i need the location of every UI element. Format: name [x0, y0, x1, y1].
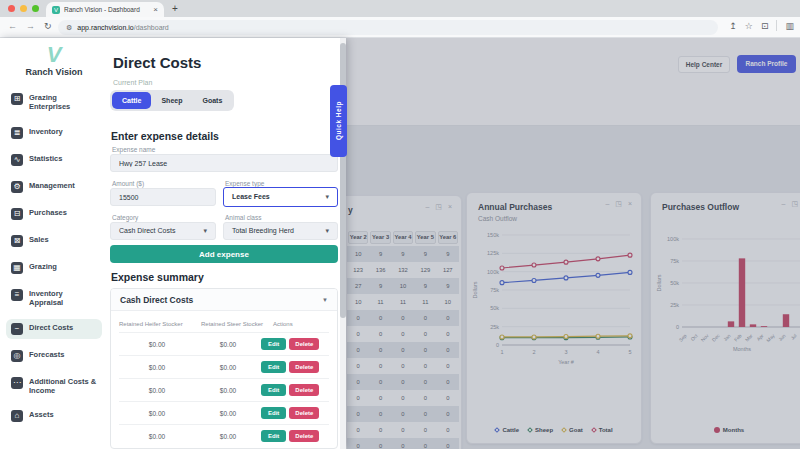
- extension-icon[interactable]: ⊡: [761, 21, 769, 31]
- year-column-header: Year 2: [348, 231, 368, 244]
- profile-icon[interactable]: ▥: [785, 21, 794, 31]
- table-row: $0.00$0.00EditDelete: [119, 378, 329, 401]
- minimize-icon[interactable]: –: [425, 203, 429, 211]
- page-title: Direct Costs: [113, 54, 201, 71]
- heifer-value: $0.00: [119, 433, 195, 440]
- edit-button[interactable]: Edit: [261, 384, 286, 396]
- sidebar-item-label: Purchases: [29, 208, 97, 217]
- tab-cattle[interactable]: Cattle: [112, 92, 151, 109]
- tab-title: Ranch Vision - Dashboard: [64, 6, 149, 13]
- sidebar-item-inventory-appraisal[interactable]: ≡Inventory Appraisal: [6, 285, 102, 312]
- legend-goat[interactable]: Goat: [562, 427, 583, 433]
- sidebar-item-direct-costs[interactable]: −Direct Costs: [6, 319, 102, 339]
- forward-icon[interactable]: →: [26, 21, 35, 31]
- window-minimize-button[interactable]: [20, 5, 27, 12]
- sidebar-item-label: Inventory: [29, 127, 97, 136]
- expand-icon[interactable]: ◳: [435, 203, 442, 211]
- delete-button[interactable]: Delete: [289, 361, 319, 373]
- sidebar-nav: ⊞Grazing Enterprises≣Inventory∿Statistic…: [0, 89, 108, 426]
- window-close-button[interactable]: [8, 5, 15, 12]
- tab-sheep[interactable]: Sheep: [151, 92, 192, 109]
- tab-close-icon[interactable]: ×: [153, 5, 158, 14]
- sidebar-item-sales[interactable]: ⊠Sales: [6, 231, 102, 251]
- expense-name-input[interactable]: [110, 154, 338, 172]
- sidebar-item-statistics[interactable]: ∿Statistics: [6, 150, 102, 170]
- sidebar-item-additional-costs-income[interactable]: ⋯Additional Costs & Income: [6, 373, 102, 400]
- sidebar-item-label: Forecasts: [29, 350, 97, 359]
- table-row: 123136132129127: [347, 262, 459, 278]
- sidebar-item-grazing[interactable]: ▦Grazing: [6, 258, 102, 278]
- legend-marker-icon: [527, 427, 533, 433]
- sidebar-item-label: Assets: [29, 410, 97, 419]
- sidebar-item-forecasts[interactable]: ◎Forecasts: [6, 346, 102, 366]
- legend-months[interactable]: Months: [714, 427, 744, 433]
- sidebar-item-grazing-enterprises[interactable]: ⊞Grazing Enterprises: [6, 89, 102, 116]
- help-center-button[interactable]: Help Center: [678, 56, 730, 73]
- animal-class-label: Animal class: [225, 214, 261, 221]
- amount-input[interactable]: [110, 188, 216, 206]
- edit-button[interactable]: Edit: [261, 430, 286, 442]
- legend-sheep[interactable]: Sheep: [528, 427, 553, 433]
- svg-text:125k: 125k: [487, 250, 499, 256]
- category-label: Category: [112, 214, 138, 221]
- sidebar-item-inventory[interactable]: ≣Inventory: [6, 123, 102, 143]
- browser-tab[interactable]: V Ranch Vision - Dashboard ×: [46, 2, 164, 17]
- table-row: 1011111110: [347, 294, 459, 310]
- close-icon[interactable]: ×: [628, 200, 632, 208]
- sidebar-item-assets[interactable]: ⌂Assets: [6, 406, 102, 426]
- edit-button[interactable]: Edit: [261, 338, 286, 350]
- close-icon[interactable]: ×: [448, 203, 452, 211]
- url-bar[interactable]: ⚙ app.ranchvision.io/dashboard: [58, 20, 718, 35]
- legend-total[interactable]: Total: [592, 427, 613, 433]
- reload-icon[interactable]: ↻: [44, 21, 52, 31]
- year-column-header: Year 6: [438, 231, 458, 244]
- window-zoom-button[interactable]: [32, 5, 39, 12]
- chart-subtitle: Cash Outflow: [478, 215, 517, 222]
- chart-title: Purchases Outflow: [662, 202, 739, 212]
- table-row: 00000: [347, 390, 459, 406]
- new-tab-button[interactable]: +: [172, 3, 178, 14]
- site-settings-icon[interactable]: ⚙: [66, 24, 72, 32]
- steer-value: $0.00: [195, 410, 261, 417]
- delete-button[interactable]: Delete: [289, 338, 319, 350]
- sidebar-item-management[interactable]: ⚙Management: [6, 177, 102, 197]
- tab-goats[interactable]: Goats: [192, 92, 232, 109]
- filter-icon[interactable]: ▼: [322, 297, 328, 303]
- quick-help-button[interactable]: Quick Help: [330, 85, 347, 157]
- table-row: 00000: [347, 358, 459, 374]
- delete-button[interactable]: Delete: [289, 407, 319, 419]
- group-header[interactable]: Cash Direct Costs ▼: [111, 289, 337, 311]
- home-icon: ⌂: [11, 410, 23, 422]
- legend-marker-icon: [561, 427, 567, 433]
- expand-icon[interactable]: ◳: [791, 200, 798, 208]
- expense-name-label: Expense name: [112, 146, 155, 153]
- table-row: 00000: [347, 374, 459, 390]
- category-select[interactable]: Cash Direct Costs ▾: [110, 222, 216, 240]
- heifer-value: $0.00: [119, 341, 195, 348]
- back-icon[interactable]: ←: [8, 21, 17, 31]
- svg-text:Dec: Dec: [711, 333, 721, 343]
- minimize-icon[interactable]: –: [781, 200, 785, 208]
- expense-type-label: Expense type: [225, 180, 264, 187]
- legend-cattle[interactable]: Cattle: [495, 427, 519, 433]
- table-row: $0.00$0.00EditDelete: [119, 401, 329, 424]
- expand-icon[interactable]: ◳: [615, 200, 622, 208]
- sidebar-item-label: Sales: [29, 235, 97, 244]
- table-row: $0.00$0.00EditDelete: [119, 424, 329, 447]
- edit-button[interactable]: Edit: [261, 361, 286, 373]
- edit-button[interactable]: Edit: [261, 407, 286, 419]
- ranch-profile-button[interactable]: Ranch Profile: [737, 55, 796, 73]
- minimize-icon[interactable]: –: [605, 200, 609, 208]
- svg-text:Dollars: Dollars: [472, 281, 478, 298]
- delete-button[interactable]: Delete: [289, 384, 319, 396]
- summary-table: Retained Heifer Stocker Retained Steer S…: [111, 311, 337, 447]
- cash-direct-costs-group: Cash Direct Costs ▼ Retained Heifer Stoc…: [110, 288, 338, 449]
- share-icon[interactable]: ↥: [729, 21, 737, 31]
- expense-type-select[interactable]: Lease Fees ▾: [223, 187, 338, 207]
- animal-class-select[interactable]: Total Breeding Herd ▾: [223, 222, 338, 240]
- svg-text:25k: 25k: [490, 324, 499, 330]
- sidebar-item-purchases[interactable]: ⊟Purchases: [6, 204, 102, 224]
- delete-button[interactable]: Delete: [289, 430, 319, 442]
- bookmark-star-icon[interactable]: ☆: [745, 21, 753, 31]
- add-expense-button[interactable]: Add expense: [110, 245, 338, 263]
